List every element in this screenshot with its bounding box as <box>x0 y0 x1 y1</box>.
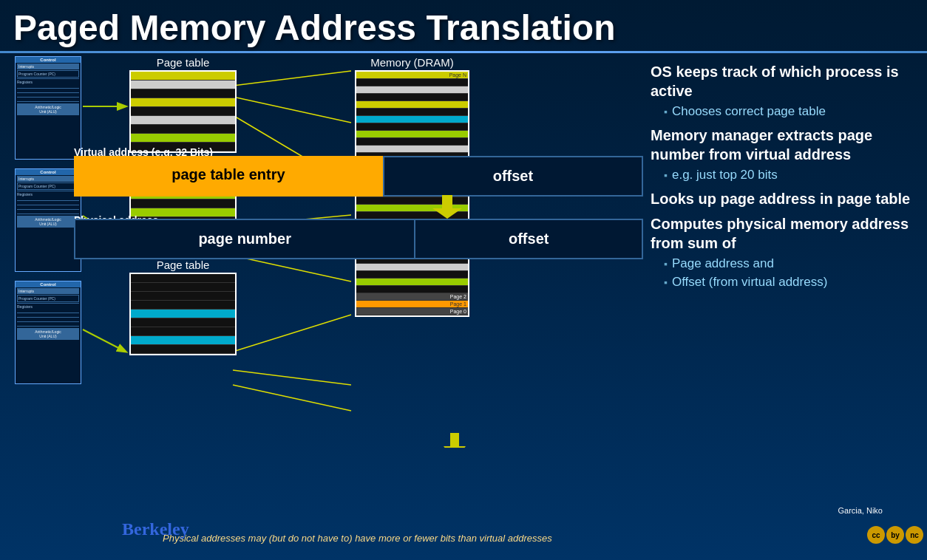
virtual-offset-box: offset <box>383 156 643 197</box>
processor-box-2: Control Interrupts Program Counter (PC) … <box>15 168 81 272</box>
proc3-debug: Interrupts <box>17 288 79 294</box>
processors-column: Control Interrupts Program Counter (PC) … <box>15 56 81 384</box>
svg-line-9 <box>233 315 351 352</box>
page-number-box: page number <box>74 219 415 259</box>
by-icon: by <box>886 526 904 544</box>
physical-offset-box: offset <box>415 219 643 259</box>
page-1-label: Page 1 <box>450 301 466 308</box>
main-content: Control Interrupts Program Counter (PC) … <box>0 56 927 293</box>
page-n-label: Page N <box>449 72 466 79</box>
processor-box-1: Control Interrupts Program Counter (PC) … <box>15 56 81 160</box>
proc2-regs: Registers <box>17 191 79 214</box>
svg-line-3 <box>233 71 351 86</box>
proc1-pc: Program Counter (PC) <box>17 70 79 78</box>
svg-marker-12 <box>444 446 466 448</box>
svg-line-11 <box>233 385 351 411</box>
pt1-label: Page table <box>129 56 237 69</box>
pt3-label: Page table <box>129 259 237 271</box>
proc1-alu: Arithmetic/LogicUnit (ALU) <box>17 103 79 115</box>
proc2-control: Control <box>16 169 81 175</box>
proc3-pc: Program Counter (PC) <box>17 295 79 302</box>
cc-icon: cc <box>867 526 885 544</box>
bullet1: Chooses correct page table <box>664 103 912 120</box>
proc2-alu: Arithmetic/LogicUnit (ALU) <box>17 216 79 228</box>
section4-heading: Computes physical memory address from su… <box>651 214 912 253</box>
section2-heading: Memory manager extracts page number from… <box>651 126 912 164</box>
proc3-control: Control <box>16 281 81 287</box>
bullet4: Offset (from virtual address) <box>664 274 912 290</box>
cc-icons: cc by nc <box>867 526 923 544</box>
page-table-1 <box>129 70 237 153</box>
bullet2: e.g. just top 20 bits <box>664 167 912 183</box>
virtual-address-boxes: page table entry offset <box>74 156 643 197</box>
page-2-label: Page 2 <box>450 293 466 301</box>
proc1-debug: Interrupts <box>17 64 79 69</box>
proc3-regs: Registers <box>17 303 79 327</box>
berkeley-logo: Berkeley <box>122 519 189 539</box>
proc1-regs: Registers <box>17 78 79 102</box>
proc1-control: Control <box>16 57 81 63</box>
page-tables-column: Page table Page table <box>129 56 237 360</box>
diagram-area: Control Interrupts Program Counter (PC) … <box>7 56 643 293</box>
physical-address-boxes: page number offset <box>74 219 643 259</box>
proc2-debug: Interrupts <box>17 176 79 182</box>
separator-line <box>0 51 927 53</box>
memory-label: Memory (DRAM) <box>355 56 469 69</box>
section1-heading: OS keeps track of which process is activ… <box>651 62 912 100</box>
page-title: Paged Memory Address Translation <box>0 0 927 48</box>
page-table-entry-box: page table entry <box>74 156 383 197</box>
svg-line-10 <box>233 370 351 385</box>
nc-icon: nc <box>906 526 923 544</box>
proc2-pc: Program Counter (PC) <box>17 182 79 190</box>
bullet3: Page address and <box>664 256 912 272</box>
svg-line-4 <box>233 97 351 123</box>
bottom-note: Physical addresses may (but do not have … <box>163 533 552 544</box>
section3-heading: Looks up page address in page table <box>651 189 912 208</box>
svg-rect-13 <box>450 433 459 448</box>
garcia-label: Garcia, Niko <box>838 506 883 515</box>
page-table-3 <box>129 273 237 355</box>
processor-box-3: Control Interrupts Program Counter (PC) … <box>15 281 81 384</box>
page-0-label: Page 0 <box>450 308 466 315</box>
svg-line-2 <box>83 329 126 352</box>
bullet3-text: Page address and <box>672 256 774 272</box>
svg-marker-15 <box>432 208 462 219</box>
text-panel: OS keeps track of which process is activ… <box>643 56 920 293</box>
proc3-alu: Arithmetic/LogicUnit (ALU) <box>17 328 79 340</box>
bullet4-text: Offset (from virtual address) <box>672 274 827 290</box>
bullet2-text: e.g. just top 20 bits <box>672 167 778 183</box>
svg-rect-14 <box>442 195 452 210</box>
bullet1-text: Chooses correct page table <box>672 103 826 120</box>
down-arrow <box>429 195 466 219</box>
